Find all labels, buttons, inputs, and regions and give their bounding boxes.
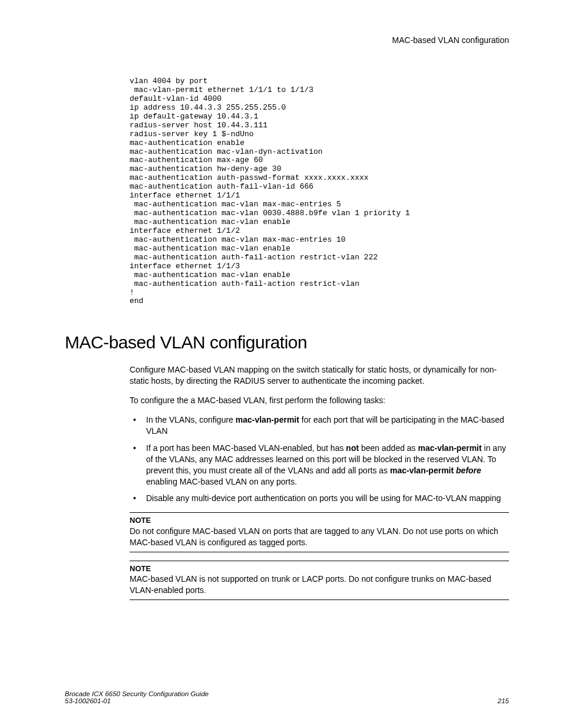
intro-paragraph-2: To configure the a MAC-based VLAN, first… (130, 395, 509, 406)
bold-term: mac-vlan-permit (418, 443, 482, 453)
text: enabling MAC-based VLAN on any ports. (146, 477, 297, 486)
note-block: NOTE MAC-based VLAN is not supported on … (130, 561, 509, 600)
running-header: MAC-based VLAN configuration (65, 35, 509, 45)
bold-term: not (346, 443, 359, 453)
text: Disable any multi-device port authentica… (146, 493, 501, 503)
bold-italic-term: before (456, 466, 481, 475)
config-code-block: vlan 4004 by port mac-vlan-permit ethern… (130, 77, 509, 306)
page-number: 215 (498, 697, 509, 704)
text: been added as (359, 443, 418, 453)
note-text: MAC-based VLAN is not supported on trunk… (130, 574, 509, 596)
note-text: Do not configure MAC-based VLAN on ports… (130, 526, 509, 548)
text: In the VLANs, configure (146, 415, 236, 424)
footer-docnum: 53-1002601-01 (65, 697, 209, 704)
task-list: In the VLANs, configure mac-vlan-permit … (130, 414, 509, 504)
list-item: In the VLANs, configure mac-vlan-permit … (130, 414, 509, 437)
footer-title: Brocade ICX 6650 Security Configuration … (65, 690, 209, 697)
text: If a port has been MAC-based VLAN-enable… (146, 443, 346, 453)
note-block: NOTE Do not configure MAC-based VLAN on … (130, 512, 509, 552)
list-item: Disable any multi-device port authentica… (130, 493, 509, 504)
note-label: NOTE (130, 515, 509, 526)
bold-term: mac-vlan-permit (236, 415, 299, 424)
section-heading: MAC-based VLAN configuration (65, 332, 509, 353)
intro-paragraph-1: Configure MAC-based VLAN mapping on the … (130, 364, 509, 387)
bold-term: mac-vlan-permit (390, 466, 454, 475)
footer-left: Brocade ICX 6650 Security Configuration … (65, 690, 209, 704)
list-item: If a port has been MAC-based VLAN-enable… (130, 443, 509, 487)
page-footer: Brocade ICX 6650 Security Configuration … (65, 690, 509, 704)
note-label: NOTE (130, 564, 509, 574)
body-content: Configure MAC-based VLAN mapping on the … (130, 364, 509, 600)
page: MAC-based VLAN configuration vlan 4004 b… (0, 0, 562, 728)
